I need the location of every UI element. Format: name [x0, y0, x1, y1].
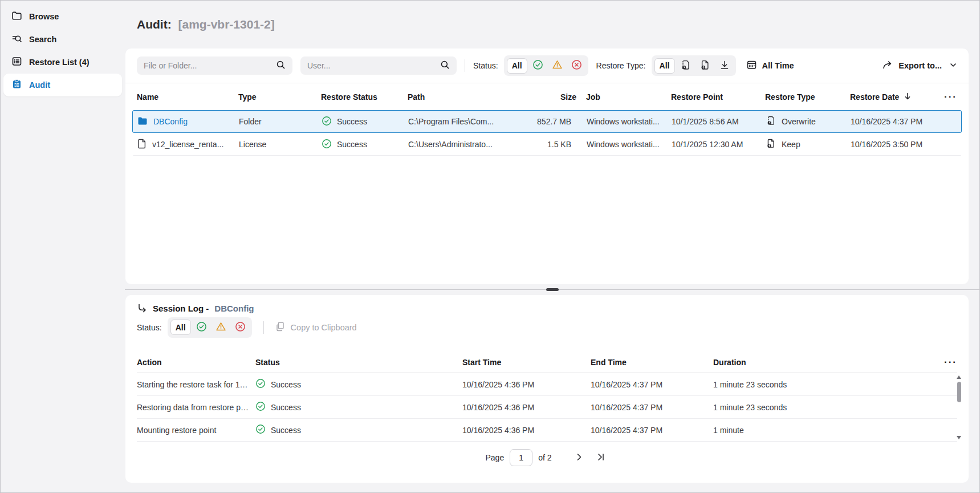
table-row[interactable]: v12_license_renta... License Success C:\…: [132, 133, 962, 156]
success-icon: [255, 424, 266, 436]
log-status-filter-label: Status:: [137, 323, 162, 332]
session-log-panel: Session Log - DBConfig Status: All Copy …: [125, 295, 969, 483]
vertical-scrollbar[interactable]: [956, 375, 962, 439]
download-icon: [719, 60, 730, 72]
table-row[interactable]: DBConfig Folder Success C:\Program Files…: [132, 110, 962, 133]
scroll-up-icon[interactable]: [957, 375, 961, 379]
duration-cell: 1 minute 23 seconds: [713, 403, 901, 412]
status-cell: Success: [255, 401, 462, 413]
scrollbar-thumb[interactable]: [957, 382, 961, 402]
log-row[interactable]: Mounting restore point Success 10/16/202…: [137, 419, 957, 442]
size-cell: 1.5 KB: [522, 140, 577, 149]
time-range-button[interactable]: All Time: [746, 59, 794, 72]
log-status-all-button[interactable]: All: [170, 320, 191, 335]
keep-icon: [700, 59, 711, 72]
restore-type-all-button[interactable]: All: [654, 58, 675, 74]
file-search-box: [137, 56, 292, 75]
file-icon: [137, 139, 147, 151]
column-header-restore-point[interactable]: Restore Point: [671, 92, 765, 102]
start-time-cell: 10/16/2025 4:36 PM: [462, 403, 591, 412]
column-header-type[interactable]: Type: [238, 92, 321, 102]
restore-point-cell: 10/1/2025 8:56 AM: [672, 117, 766, 126]
audit-clipboard-icon: [11, 79, 22, 91]
sidebar-item-restore-list[interactable]: Restore List (4): [3, 51, 122, 74]
sidebar-item-audit[interactable]: Audit: [3, 74, 122, 96]
restore-type-overwrite-filter-button[interactable]: [677, 58, 694, 74]
log-status-error-filter-button[interactable]: [232, 320, 249, 335]
column-header-name[interactable]: Name: [137, 92, 238, 102]
log-row[interactable]: Restoring data from restore point. Succe…: [137, 396, 957, 419]
session-log-header: Action Status Start Time End Time Durati…: [137, 351, 957, 373]
user-search-input[interactable]: [307, 61, 436, 70]
success-icon: [532, 59, 543, 72]
splitter-handle[interactable]: [546, 288, 559, 291]
scroll-down-icon[interactable]: [957, 436, 961, 439]
column-header-start-time[interactable]: Start Time: [462, 358, 591, 367]
column-header-job[interactable]: Job: [586, 92, 671, 102]
sidebar-item-label: Restore List (4): [29, 58, 90, 67]
search-icon: [440, 60, 450, 72]
status-warning-filter-button[interactable]: [549, 58, 566, 74]
column-header-restore-status[interactable]: Restore Status: [321, 92, 408, 102]
sidebar-item-label: Audit: [29, 80, 50, 90]
status-cell: Success: [255, 424, 462, 436]
type-cell: Folder: [239, 117, 322, 126]
session-log-title: Session Log - DBConfig: [137, 295, 957, 314]
restore-type-keep-filter-button[interactable]: [697, 58, 714, 74]
page-title-host: [amg-vbr-1301-2]: [178, 18, 275, 31]
keep-icon: [766, 138, 776, 151]
duration-cell: 1 minute 23 seconds: [713, 380, 901, 389]
sidebar-item-search[interactable]: Search: [3, 28, 122, 51]
success-icon: [322, 116, 332, 128]
sidebar-item-browse[interactable]: Browse: [3, 5, 122, 28]
page-title-prefix: Audit:: [137, 18, 172, 31]
success-icon: [255, 401, 266, 413]
status-success-filter-button[interactable]: [530, 58, 547, 74]
export-label: Export to...: [898, 61, 942, 70]
column-header-end-time[interactable]: End Time: [591, 358, 713, 367]
success-icon: [255, 378, 266, 390]
divider: [263, 321, 264, 334]
status-error-filter-button[interactable]: [568, 58, 585, 74]
calendar-icon: [746, 59, 757, 72]
column-options-icon[interactable]: ···: [944, 92, 957, 102]
column-header-path[interactable]: Path: [408, 92, 522, 102]
sub-arrow-icon: [137, 303, 147, 314]
time-range-label: All Time: [762, 61, 794, 70]
status-all-button[interactable]: All: [507, 58, 527, 74]
log-status-success-filter-button[interactable]: [193, 320, 210, 335]
column-header-size[interactable]: Size: [522, 92, 576, 102]
page-number-input[interactable]: [510, 449, 532, 466]
file-name-link[interactable]: DBConfig: [153, 117, 188, 126]
column-header-action[interactable]: Action: [137, 358, 255, 367]
error-icon: [571, 59, 582, 72]
next-page-button[interactable]: [571, 450, 587, 466]
sort-descending-icon: [904, 92, 912, 102]
search-lines-icon: [11, 33, 22, 46]
sidebar-item-label: Search: [29, 35, 56, 44]
success-icon: [196, 321, 207, 334]
panel-splitter: [125, 284, 979, 295]
size-cell: 852.7 MB: [522, 117, 577, 126]
end-time-cell: 10/16/2025 4:37 PM: [591, 403, 713, 412]
export-button[interactable]: Export to...: [882, 60, 957, 72]
end-time-cell: 10/16/2025 4:37 PM: [591, 380, 713, 389]
log-row[interactable]: Starting the restore task for 1 item... …: [137, 373, 957, 396]
folder-icon: [11, 10, 22, 23]
copy-to-clipboard-button[interactable]: Copy to Clipboard: [275, 321, 357, 333]
path-cell: C:\Program Files\Com...: [408, 117, 522, 126]
file-search-input[interactable]: [144, 61, 271, 70]
file-name-link[interactable]: v12_license_renta...: [152, 140, 223, 149]
end-time-cell: 10/16/2025 4:37 PM: [591, 426, 713, 435]
search-icon: [276, 60, 286, 72]
column-options-icon[interactable]: ···: [944, 357, 957, 367]
column-header-restore-type[interactable]: Restore Type: [765, 92, 850, 102]
log-status-warning-filter-button[interactable]: [213, 320, 230, 335]
start-time-cell: 10/16/2025 4:36 PM: [462, 426, 591, 435]
chevron-right-icon: [575, 452, 584, 463]
restore-type-download-filter-button[interactable]: [716, 58, 733, 74]
column-header-duration[interactable]: Duration: [713, 358, 901, 367]
last-page-button[interactable]: [593, 450, 609, 466]
column-header-status[interactable]: Status: [255, 358, 462, 367]
column-header-restore-date[interactable]: Restore Date: [850, 92, 930, 102]
